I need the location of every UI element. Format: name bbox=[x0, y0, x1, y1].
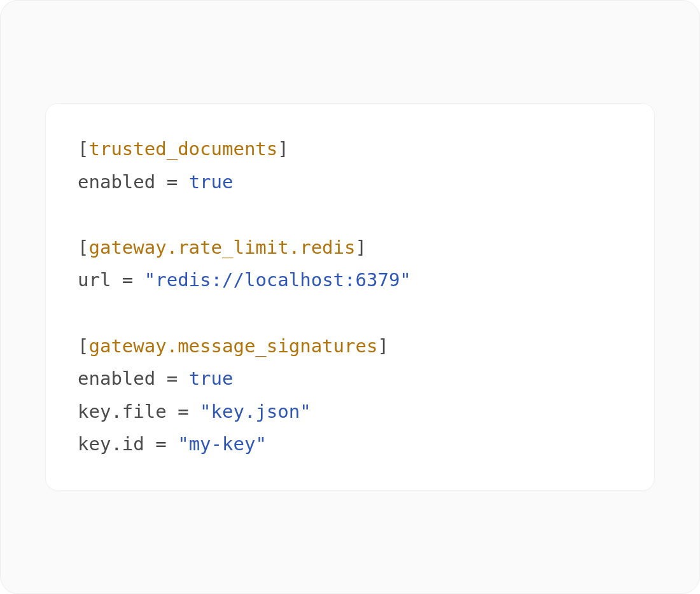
config-value: "my-key" bbox=[178, 433, 267, 455]
bracket-open: [ bbox=[78, 138, 88, 160]
equals-sign: = bbox=[178, 401, 188, 422]
bracket-close: ] bbox=[356, 237, 367, 258]
code-block-card: [trusted_documents] enabled = true [gate… bbox=[45, 103, 655, 491]
section-name: trusted_documents bbox=[88, 138, 277, 160]
outer-card: [trusted_documents] enabled = true [gate… bbox=[0, 0, 700, 594]
config-key: url bbox=[78, 269, 111, 291]
bracket-open: [ bbox=[78, 237, 88, 258]
section-name: gateway.rate_limit.redis bbox=[88, 237, 355, 258]
config-value: true bbox=[189, 368, 234, 389]
bracket-close: ] bbox=[377, 335, 388, 357]
config-key: key.id bbox=[78, 433, 144, 455]
section-name: gateway.message_signatures bbox=[88, 335, 377, 357]
config-key: key.file bbox=[78, 401, 167, 422]
bracket-close: ] bbox=[277, 138, 288, 160]
toml-code-block: [trusted_documents] enabled = true [gate… bbox=[78, 133, 622, 461]
equals-sign: = bbox=[167, 368, 178, 389]
bracket-open: [ bbox=[78, 335, 88, 357]
config-value: true bbox=[189, 171, 234, 193]
equals-sign: = bbox=[155, 433, 166, 455]
config-value: "key.json" bbox=[200, 401, 311, 422]
config-key: enabled bbox=[78, 368, 155, 389]
config-value: "redis://localhost:6379" bbox=[144, 269, 411, 291]
equals-sign: = bbox=[167, 171, 178, 193]
config-key: enabled bbox=[78, 171, 155, 193]
equals-sign: = bbox=[122, 269, 133, 291]
